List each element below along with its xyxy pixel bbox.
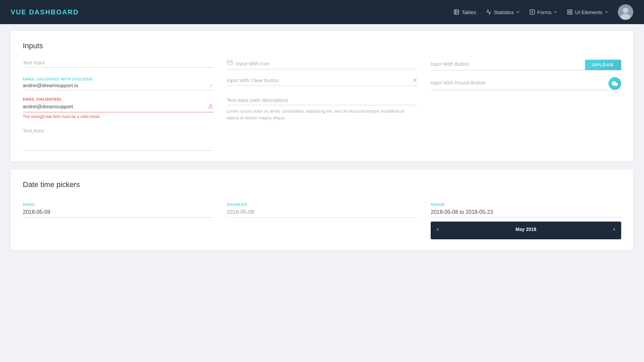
svg-rect-7 (568, 13, 570, 14)
input-with-button-field[interactable] (431, 61, 585, 69)
text-input[interactable] (23, 60, 213, 65)
date-range-group: RANGE 2018-05-08 to 2018-05-23 ‹ May 201… (431, 202, 621, 239)
text-input-group (23, 60, 213, 70)
chevron-down-icon-forms (553, 10, 557, 14)
navbar: VUE DASHBOARD Tables Statistics (0, 0, 644, 24)
date-basic-group: BASIC 2018-05-09 (23, 202, 213, 239)
textarea-group (23, 128, 213, 151)
inputs-card: Inputs (11, 31, 633, 162)
user-avatar[interactable] (618, 4, 633, 20)
datetime-card: Date time pickers BASIC 2018-05-09 DISAB… (11, 170, 633, 250)
email-error-label: EMAIL (VALIDATED) (23, 97, 213, 101)
input-with-clear-wrapper: ✕ (227, 77, 417, 86)
text-with-description-group: Lorem ipsum dolor sit amet, consectetur … (227, 97, 417, 121)
form-icon (529, 9, 535, 15)
input-with-round-button-group (431, 77, 621, 90)
nav-label-ui-elements: UI Elements (575, 9, 602, 15)
cloud-icon (611, 80, 618, 87)
chart-icon (486, 9, 492, 15)
date-disabled-value: 2018-05-09 (227, 209, 417, 218)
nav-label-statistics: Statistics (494, 9, 514, 15)
textarea-wrapper (23, 128, 213, 151)
inputs-grid: UPLOAD EMAIL (VALIDATED WITH SUCCESS) ✓ … (23, 60, 621, 151)
email-success-input[interactable] (23, 82, 207, 88)
date-disabled-group: DISABLED 2018-05-09 (227, 202, 417, 239)
email-success-label: EMAIL (VALIDATED WITH SUCCESS) (23, 77, 213, 81)
date-grid: BASIC 2018-05-09 DISABLED 2018-05-09 RAN… (23, 198, 621, 239)
mini-calendar: ‹ May 2018 › (431, 222, 621, 239)
input-with-round-button-field[interactable] (431, 80, 608, 87)
email-success-group: EMAIL (VALIDATED WITH SUCCESS) ✓ (23, 77, 213, 90)
text-with-description-wrapper (227, 97, 417, 105)
cal-prev-button[interactable]: ‹ (435, 226, 441, 233)
input-with-clear[interactable] (227, 77, 410, 83)
input-with-icon-wrapper (227, 60, 417, 69)
cal-month-label: May 2018 (516, 227, 536, 232)
input-with-icon[interactable] (236, 61, 417, 66)
chevron-down-icon-ui (604, 10, 608, 14)
svg-rect-6 (571, 10, 572, 11)
empty-cell (431, 97, 621, 121)
round-upload-button[interactable] (608, 77, 621, 90)
input-with-icon-group (227, 60, 417, 70)
date-disabled-label: DISABLED (227, 202, 417, 206)
mini-cal-header: ‹ May 2018 › (435, 226, 617, 233)
email-success-wrapper: ✓ (23, 82, 213, 90)
svg-rect-8 (571, 13, 572, 14)
email-error-wrapper: ⚠ (23, 103, 213, 112)
email-error-message: The wrongEmail field must be a valid ema… (23, 114, 213, 119)
nav-item-forms[interactable]: Forms (529, 9, 558, 15)
text-area-input[interactable] (23, 128, 213, 148)
input-with-round-button-wrapper (431, 77, 621, 90)
text-with-description-input[interactable] (227, 97, 417, 103)
avatar-image (618, 4, 633, 20)
input-with-button-group: UPLOAD (431, 60, 621, 70)
cal-next-button[interactable]: › (611, 226, 617, 233)
input-with-clear-group: ✕ (227, 77, 417, 90)
grid-icon (567, 9, 573, 15)
nav-menu: Tables Statistics Forms (453, 4, 633, 20)
checkmark-icon: ✓ (209, 83, 213, 88)
table-icon (453, 9, 460, 15)
email-error-input[interactable] (23, 104, 205, 109)
svg-rect-0 (454, 10, 459, 14)
nav-item-tables[interactable]: Tables (453, 9, 476, 15)
date-range-label: RANGE (431, 202, 621, 206)
svg-rect-5 (568, 10, 570, 11)
brand-logo: VUE DASHBOARD (11, 8, 79, 16)
input-description-text: Lorem ipsum dolor sit amet, consectetur … (227, 108, 417, 121)
input-with-button-wrapper: UPLOAD (431, 60, 621, 70)
date-basic-label: BASIC (23, 202, 213, 206)
date-basic-value[interactable]: 2018-05-09 (23, 209, 213, 218)
clear-icon[interactable]: ✕ (413, 77, 417, 83)
text-input-wrapper (23, 60, 213, 68)
mail-icon (227, 60, 233, 67)
date-range-value[interactable]: 2018-05-08 to 2018-05-23 (431, 209, 621, 218)
email-error-group: EMAIL (VALIDATED) ⚠ The wrongEmail field… (23, 97, 213, 121)
nav-item-statistics[interactable]: Statistics (486, 9, 520, 15)
datetime-title: Date time pickers (23, 180, 621, 189)
main-content: Inputs (0, 24, 644, 265)
nav-item-ui-elements[interactable]: UI Elements (567, 9, 608, 15)
svg-point-10 (623, 8, 628, 13)
nav-label-forms: Forms (537, 9, 552, 15)
nav-label-tables: Tables (462, 9, 476, 15)
chevron-down-icon (516, 10, 520, 14)
warning-icon: ⚠ (208, 103, 213, 110)
inputs-title: Inputs (23, 42, 621, 50)
upload-button[interactable]: UPLOAD (585, 60, 621, 70)
